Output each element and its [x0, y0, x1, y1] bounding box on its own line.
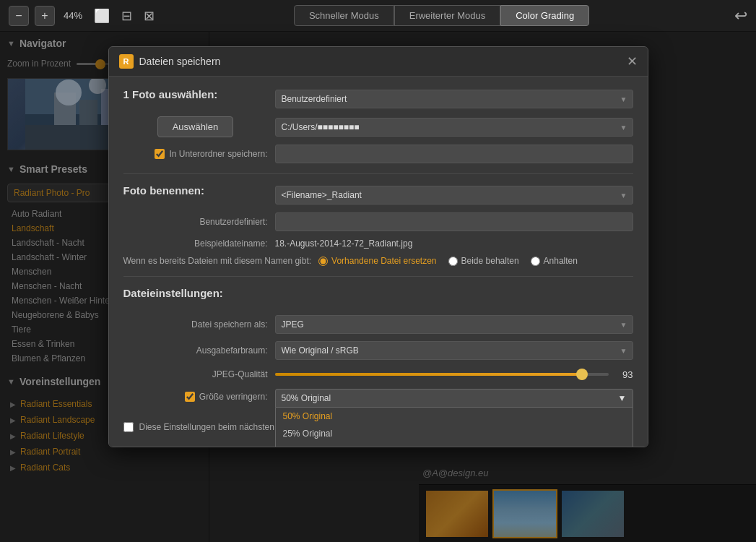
- filename-template-wrapper: <Filename>_Radiant ▼: [275, 186, 633, 205]
- conflict-label: Wenn es bereits Dateien mit diesem Namen…: [123, 256, 312, 266]
- tab-color-grading[interactable]: Color Grading: [500, 5, 589, 26]
- speichern-row: Datei speichern als: JPEG ▼: [123, 315, 633, 334]
- undo-button[interactable]: ↩: [734, 7, 747, 25]
- grosse-caret: ▼: [618, 393, 627, 403]
- quality-row: JPEG-Qualität 93: [123, 367, 633, 382]
- section1-row: 1 Foto auswählen: Benutzerdefiniert ▼: [123, 88, 633, 109]
- grosse-select-shown[interactable]: 50% Original ▼: [275, 389, 633, 408]
- section2-title: Foto benennen:: [123, 184, 268, 197]
- beispiel-row: Beispieldateiname: 18.-August-2014-12-72…: [123, 238, 633, 249]
- grosse-option[interactable]: 25% Original: [276, 425, 633, 442]
- remember-settings-checkbox[interactable]: [123, 422, 134, 432]
- mode-tabs: Schneller Modus Erweiterter Modus Color …: [294, 5, 589, 26]
- zoom-minus-button[interactable]: −: [9, 6, 29, 26]
- dialog-title: Dateien speichern: [139, 56, 627, 67]
- grosse-option[interactable]: 50% Original: [276, 408, 633, 425]
- radio-keep-both[interactable]: Beide behalten: [448, 256, 519, 266]
- filename-template-select[interactable]: <Filename>_Radiant: [275, 186, 633, 205]
- radio-replace[interactable]: Vorhandene Datei ersetzen: [318, 256, 436, 266]
- quality-thumb[interactable]: [576, 369, 588, 380]
- grosse-dropdown-container: 50% Original ▼ 50% Original 25% Original…: [275, 389, 633, 408]
- format-select[interactable]: Benutzerdefiniert: [275, 90, 633, 108]
- dialog-close-button[interactable]: ✕: [627, 55, 638, 68]
- farbraum-row: Ausgabefarbraum: Wie Original / sRGB ▼: [123, 341, 633, 360]
- farbraum-wrapper: Wie Original / sRGB ▼: [275, 341, 633, 360]
- section2-row: Foto benennen: <Filename>_Radiant ▼: [123, 184, 633, 205]
- tab-erweiterter-modus[interactable]: Erweiterter Modus: [394, 5, 500, 26]
- format-speichern-wrapper: JPEG ▼: [275, 315, 633, 334]
- topbar: − + 44% ⬜ ⊟ ⊠ Schneller Modus Erweiterte…: [0, 0, 756, 32]
- path-select-wrapper: C:/Users/■■■■■■■■ ▼: [275, 118, 633, 137]
- benutzerdefiniert-row: Benutzerdefiniert:: [123, 212, 633, 231]
- save-dialog: R Dateien speichern ✕ 1 Foto auswählen: …: [108, 46, 648, 447]
- path-select[interactable]: C:/Users/■■■■■■■■: [275, 118, 633, 137]
- zoom-label: 44%: [64, 10, 82, 21]
- conflict-row: Wenn es bereits Dateien mit diesem Namen…: [123, 256, 633, 266]
- subfolder-row: In Unterordner speichern: Korrigiert: [123, 145, 633, 163]
- grosse-selected-value: 50% Original: [282, 393, 331, 403]
- quality-label: JPEG-Qualität: [123, 369, 268, 379]
- auswahlen-row: Auswählen C:/Users/■■■■■■■■ ▼: [123, 116, 633, 137]
- subfolder-checkbox[interactable]: [155, 149, 165, 159]
- beispiel-label: Beispieldateiname:: [123, 238, 268, 249]
- section3-row: Dateieinstellungen:: [123, 287, 633, 308]
- farbraum-select[interactable]: Wie Original / sRGB: [275, 341, 633, 360]
- view-split-icon[interactable]: ⊟: [118, 5, 135, 27]
- view-crop-icon[interactable]: ⊠: [141, 5, 157, 27]
- grosse-option[interactable]: Custom height: [276, 442, 633, 447]
- grosse-checkbox[interactable]: [185, 392, 195, 402]
- dialog-titlebar: R Dateien speichern ✕: [109, 47, 648, 77]
- speichern-label: Datei speichern als:: [123, 319, 268, 330]
- dialog-overlay: R Dateien speichern ✕ 1 Foto auswählen: …: [0, 32, 756, 542]
- radio-stop[interactable]: Anhalten: [531, 256, 578, 266]
- auswahlen-button[interactable]: Auswählen: [157, 116, 234, 137]
- format-speichern-select[interactable]: JPEG: [275, 315, 633, 334]
- view-single-icon[interactable]: ⬜: [91, 5, 113, 27]
- dialog-app-icon: R: [119, 54, 134, 69]
- benutzerdefiniert-label: Benutzerdefiniert:: [123, 217, 268, 227]
- tab-schneller-modus[interactable]: Schneller Modus: [294, 5, 394, 26]
- grosse-row: Größe verringern: 50% Original ▼ 50% Ori…: [123, 389, 633, 408]
- zoom-plus-button[interactable]: +: [35, 6, 55, 26]
- subfolder-input[interactable]: Korrigiert: [275, 145, 633, 163]
- farbraum-label: Ausgabefarbraum:: [123, 345, 268, 356]
- dialog-body: 1 Foto auswählen: Benutzerdefiniert ▼ Au…: [109, 77, 648, 447]
- grosse-dropdown-list: 50% Original 25% Original Custom height …: [275, 408, 633, 447]
- conflict-radio-group: Vorhandene Datei ersetzen Beide behalten…: [318, 256, 578, 266]
- section3-title: Dateieinstellungen:: [123, 287, 268, 299]
- subfolder-label: In Unterordner speichern:: [169, 149, 267, 159]
- quality-value: 93: [616, 369, 633, 380]
- benutzerdefiniert-input[interactable]: [275, 212, 633, 231]
- quality-slider[interactable]: [275, 367, 609, 382]
- format-select-wrapper: Benutzerdefiniert ▼: [275, 90, 633, 108]
- beispiel-value: 18.-August-2014-12-72_Radiant.jpg: [275, 238, 413, 249]
- section1-title: 1 Foto auswählen:: [123, 88, 268, 100]
- grosse-label: Größe verringern:: [199, 392, 268, 402]
